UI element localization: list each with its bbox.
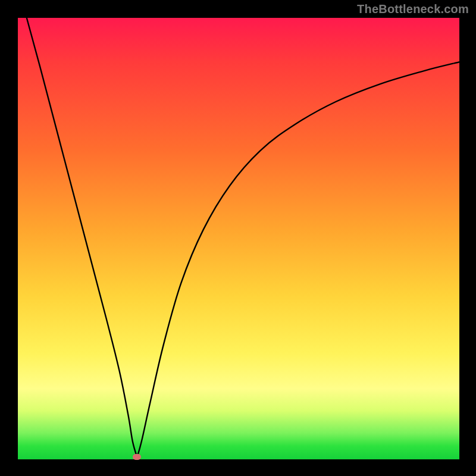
minimum-marker: [133, 454, 141, 460]
chart-frame: TheBottleneck.com: [0, 0, 476, 476]
curve-right-branch: [137, 62, 459, 457]
plot-area: [18, 18, 459, 459]
attribution-text: TheBottleneck.com: [357, 2, 469, 16]
curve-left-branch: [27, 18, 137, 457]
bottleneck-curve: [18, 18, 459, 459]
